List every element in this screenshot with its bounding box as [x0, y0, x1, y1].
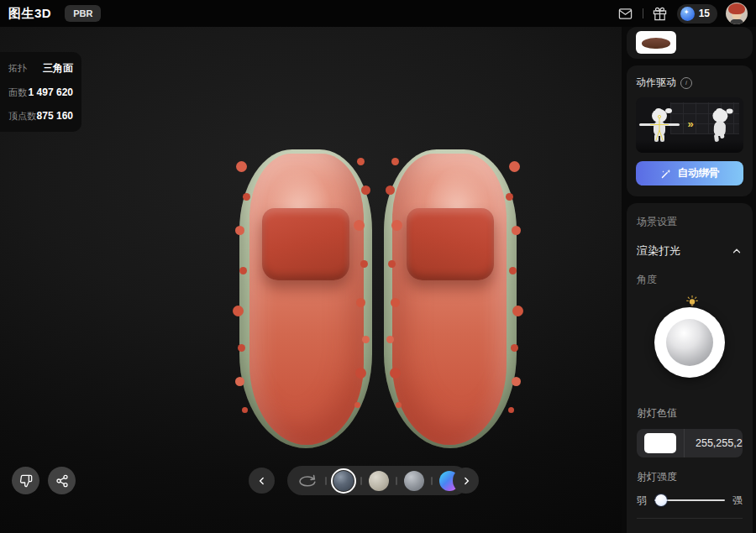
toolbar-divider: [325, 477, 327, 485]
shoe-model: [238, 149, 518, 450]
app-window: 图生3D PBR 15: [0, 0, 756, 533]
topbar-actions: 15: [617, 3, 748, 24]
mesh-stats-panel: 拓扑 三角面 面数 1 497 620 顶点数 875 160: [0, 52, 81, 132]
credits-count: 15: [699, 8, 710, 19]
stat-value: 1 497 620: [29, 86, 73, 98]
spot-color-input[interactable]: 255,255,255: [637, 429, 743, 457]
color-swatch[interactable]: [644, 433, 676, 453]
skeleton-overlay: [647, 107, 672, 144]
next-button[interactable]: [453, 468, 479, 494]
angle-label: 角度: [637, 273, 743, 287]
source-image-thumbnail[interactable]: [636, 31, 676, 54]
gift-icon[interactable]: [652, 5, 669, 22]
material-marble[interactable]: [404, 471, 424, 491]
spot-intensity-track[interactable]: [654, 499, 725, 501]
credits-pill[interactable]: 15: [677, 4, 717, 24]
spot-color-label: 射灯色值: [637, 406, 743, 421]
section-divider: [637, 518, 743, 519]
prev-button[interactable]: [249, 468, 275, 494]
mail-icon[interactable]: [617, 5, 634, 22]
shoe-right: [384, 149, 517, 448]
top-bar: 图生3D PBR 15: [0, 0, 756, 27]
stat-label: 顶点数: [8, 110, 36, 123]
light-angle-widget[interactable]: [637, 287, 743, 381]
right-sidebar: 动作驱动 »: [627, 27, 753, 533]
tpose-character: [647, 107, 672, 144]
render-lighting-title: 渲染打光: [637, 243, 680, 259]
rigging-preview-image[interactable]: »: [636, 97, 743, 153]
stat-row-topology: 拓扑 三角面: [8, 61, 73, 76]
weak-label: 弱: [637, 494, 647, 508]
shoe-heel-block: [262, 208, 349, 280]
stat-row-vertices: 顶点数 875 160: [8, 110, 73, 123]
share-button[interactable]: [48, 467, 76, 494]
color-value: 255,255,255: [685, 437, 743, 449]
stat-value: 875 160: [37, 110, 73, 122]
action-drive-panel: 动作驱动 »: [627, 65, 753, 196]
material-clay[interactable]: [369, 471, 389, 491]
pbr-badge: PBR: [65, 5, 101, 22]
page-title: 图生3D: [8, 6, 51, 22]
action-drive-header: 动作驱动: [636, 76, 743, 90]
shoe-heel-block: [407, 208, 494, 280]
scene-settings-panel: 场景设置 渲染打光 角度: [627, 203, 753, 533]
spot-intensity-thumb[interactable]: [655, 494, 667, 506]
material-toolbar: [287, 466, 469, 495]
stat-label: 面数: [8, 86, 27, 99]
scene-settings-title: 场景设置: [637, 215, 743, 229]
coin-icon: [680, 7, 695, 21]
action-drive-title: 动作驱动: [636, 76, 676, 90]
chevron-up-icon: [731, 245, 743, 257]
stat-value: 三角面: [43, 61, 73, 76]
turntable-rotate-icon[interactable]: [297, 473, 318, 489]
dislike-button[interactable]: [12, 467, 39, 494]
shoe-sole: [249, 154, 364, 445]
stat-row-faces: 面数 1 497 620: [8, 86, 73, 99]
shoe-sole: [392, 154, 507, 445]
avatar[interactable]: [726, 3, 748, 24]
info-icon[interactable]: [680, 77, 692, 89]
viewport-3d[interactable]: [0, 27, 622, 533]
light-bulb-icon[interactable]: [685, 295, 699, 309]
strong-label: 强: [732, 494, 743, 508]
berry-decorations: [509, 161, 520, 172]
topbar-divider: [643, 8, 643, 18]
auto-rig-label: 自动绑骨: [678, 166, 720, 180]
render-lighting-header[interactable]: 渲染打光: [637, 243, 743, 259]
shoe-left: [239, 149, 372, 448]
auto-rig-button[interactable]: 自动绑骨: [636, 161, 743, 186]
animated-character: [706, 106, 733, 144]
stat-label: 拓扑: [8, 62, 27, 75]
toolbar-divider: [396, 477, 397, 485]
spot-intensity-slider: 弱 强: [637, 494, 743, 507]
berry-decorations: [236, 161, 247, 172]
toolbar-divider: [360, 477, 362, 485]
spot-intensity-label: 射灯强度: [637, 470, 743, 484]
source-image-panel: [627, 27, 753, 59]
transform-arrow: »: [687, 118, 691, 130]
material-textured[interactable]: [333, 471, 354, 491]
magic-wand-icon: [660, 168, 672, 180]
angle-preview-sphere: [666, 319, 713, 366]
toolbar-divider: [431, 477, 433, 485]
